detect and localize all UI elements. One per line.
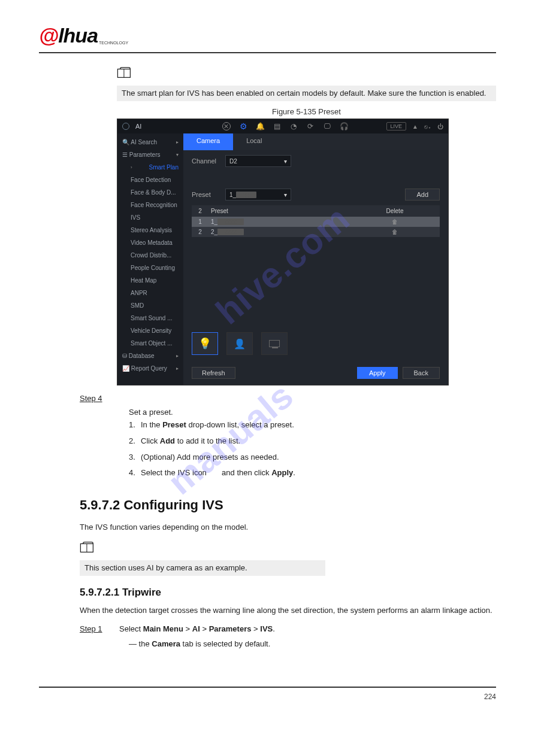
sidebar-item-parameters[interactable]: ☰ Parameters▾	[117, 148, 183, 161]
logo-subtitle: TECHNOLOGY	[99, 41, 128, 45]
chevron-down-icon: ▾	[176, 152, 179, 157]
sidebar: 🔍 AI Search▸ ☰ Parameters▾ ›Smart Plan F…	[117, 133, 183, 385]
delete-icon[interactable]: 🗑	[350, 229, 440, 235]
note-text: The smart plan for IVS has been enabled …	[117, 86, 496, 101]
note-icon	[80, 540, 96, 557]
sidebar-item-vehicle-density[interactable]: Vehicle Density	[117, 324, 183, 337]
col-preset: Preset	[208, 208, 350, 214]
back-button[interactable]: Back	[403, 367, 440, 379]
button-row: Refresh Apply Back	[183, 362, 448, 385]
chevron-right-icon: ▸	[176, 353, 179, 359]
close-circle-icon[interactable]	[222, 122, 231, 130]
logo-letter-a: @	[39, 24, 58, 47]
sidebar-item-anpr[interactable]: ANPR	[117, 287, 183, 299]
table-header: 2 Preset Delete	[192, 205, 440, 217]
sidebar-item-ai-search[interactable]: 🔍 AI Search▸	[117, 136, 183, 148]
chevron-right-icon: ▸	[176, 366, 179, 371]
delete-icon[interactable]: 🗑	[350, 218, 440, 225]
section-heading: 5.9.7.2 Configuring IVS	[80, 497, 496, 513]
figure-caption: Figure 5-135 Preset	[117, 107, 496, 116]
table-row[interactable]: 1 1_xxxx 🗑	[192, 217, 440, 227]
top-right-controls: LIVE ▲ ⎋▾ ⏻	[386, 122, 443, 130]
app-screenshot: AI ⚙ 🔔 ▤ ◔ ⟳ 🖵 🎧 LIVE ▲ ⎋▾ ⏻ 🔍 AI Search…	[117, 119, 449, 385]
tab-camera[interactable]: Camera	[183, 133, 233, 150]
tab-local[interactable]: Local	[233, 133, 275, 150]
brand-logo: @lhua TECHNOLOGY	[39, 24, 128, 47]
table-row[interactable]: 2 2_xxxx 🗑	[192, 227, 440, 237]
sidebar-item-stereo[interactable]: Stereo Analysis	[117, 224, 183, 236]
list-item: 3.(Optional) Add more presets as needed.	[129, 451, 496, 464]
substep-list: 1.In the Preset drop-down list, select a…	[129, 419, 496, 479]
step-text: Set a preset.	[129, 406, 496, 419]
screen-icon	[269, 340, 280, 347]
body-text: The IVS function varies depending on the…	[80, 521, 496, 534]
face-plan-icon[interactable]: 👤	[226, 332, 253, 355]
sidebar-item-smart-object[interactable]: Smart Object ...	[117, 337, 183, 350]
app-title: AI	[135, 123, 141, 130]
preset-table: 2 Preset Delete 1 1_xxxx 🗑 2 2_xxxx 🗑	[192, 205, 440, 237]
globe-icon	[122, 123, 129, 130]
refresh-icon[interactable]: ⟳	[306, 122, 315, 130]
sidebar-item-ivs[interactable]: IVS	[117, 211, 183, 224]
list-item: 1.In the Preset drop-down list, select a…	[129, 419, 496, 432]
sidebar-item-crowd[interactable]: Crowd Distrib...	[117, 249, 183, 262]
sidebar-item-face-body[interactable]: Face & Body D...	[117, 186, 183, 199]
add-button[interactable]: Add	[405, 189, 440, 201]
headset-icon[interactable]: 🎧	[340, 122, 348, 130]
sidebar-item-people-counting[interactable]: People Counting	[117, 262, 183, 274]
channel-select[interactable]: D2▾	[225, 155, 291, 167]
col-count: 2	[192, 208, 208, 214]
sidebar-item-face-detection[interactable]: Face Detection	[117, 174, 183, 186]
page-footer: 224	[39, 687, 496, 701]
chevron-right-icon: ▸	[176, 139, 179, 145]
sidebar-item-heat-map[interactable]: Heat Map	[117, 274, 183, 287]
sidebar-item-smd[interactable]: SMD	[117, 299, 183, 312]
note-icon	[117, 65, 134, 82]
top-icon-row: ⚙ 🔔 ▤ ◔ ⟳ 🖵 🎧	[222, 122, 348, 130]
monitor-icon[interactable]: 🖵	[323, 122, 331, 130]
step-tail: — the Camera tab is selected by default.	[129, 638, 496, 651]
gauge-icon[interactable]: ◔	[289, 122, 298, 130]
channel-label: Channel	[192, 157, 219, 165]
sidebar-item-database[interactable]: ⛁ Database▸	[117, 350, 183, 362]
page-header: @lhua TECHNOLOGY	[39, 24, 496, 53]
preset-select[interactable]: 1_xx▾	[225, 189, 291, 201]
chevron-down-icon: ▾	[284, 192, 287, 198]
subsection-heading: 5.9.7.2.1 Tripwire	[80, 587, 496, 599]
step-label: Step 4	[80, 394, 496, 403]
sidebar-item-smart-plan[interactable]: ›Smart Plan	[117, 161, 183, 174]
step-label: Step 1	[80, 624, 102, 633]
app-titlebar: AI ⚙ 🔔 ▤ ◔ ⟳ 🖵 🎧 LIVE ▲ ⎋▾ ⏻	[117, 119, 448, 133]
live-badge[interactable]: LIVE	[386, 122, 407, 130]
step-text: Select Main Menu > AI > Parameters > IVS…	[119, 624, 275, 633]
sidebar-item-report-query[interactable]: 📈 Report Query▸	[117, 362, 183, 375]
lightbulb-icon: 💡	[198, 337, 211, 350]
doc-icon[interactable]: ▤	[273, 122, 281, 130]
dropdown-icon[interactable]: ⎋▾	[424, 123, 431, 130]
note-text: This section uses AI by camera as an exa…	[80, 560, 325, 576]
apply-button[interactable]: Apply	[357, 367, 398, 379]
chevron-down-icon: ▾	[284, 158, 287, 165]
col-delete: Delete	[350, 208, 440, 214]
person-icon: 👤	[234, 338, 246, 350]
logo-text: lhua	[58, 24, 98, 47]
sidebar-item-face-recognition[interactable]: Face Recognition	[117, 199, 183, 211]
refresh-button[interactable]: Refresh	[192, 367, 235, 379]
sidebar-item-smart-sound[interactable]: Smart Sound ...	[117, 312, 183, 324]
gear-icon[interactable]: ⚙	[239, 122, 247, 130]
body-text: When the detection target crosses the wa…	[80, 605, 496, 617]
sidebar-item-video-metadata[interactable]: Video Metadata	[117, 236, 183, 249]
list-item: 2.Click Add to add it to the list.	[129, 435, 496, 448]
list-item: 4.Select the IVS icon and then click App…	[129, 467, 496, 479]
bell-icon[interactable]: 🔔	[256, 122, 264, 130]
user-icon[interactable]: ▲	[412, 123, 418, 130]
ivs-plan-icon[interactable]: 💡	[192, 332, 218, 355]
main-panel: Camera Local Channel D2▾ Preset 1_xx▾ Ad…	[183, 133, 448, 385]
preset-label: Preset	[192, 191, 219, 198]
plan-icon-row: 💡 👤	[183, 325, 448, 362]
tab-row: Camera Local	[183, 133, 448, 150]
power-icon[interactable]: ⏻	[437, 123, 443, 130]
screen-plan-icon[interactable]	[261, 332, 288, 355]
